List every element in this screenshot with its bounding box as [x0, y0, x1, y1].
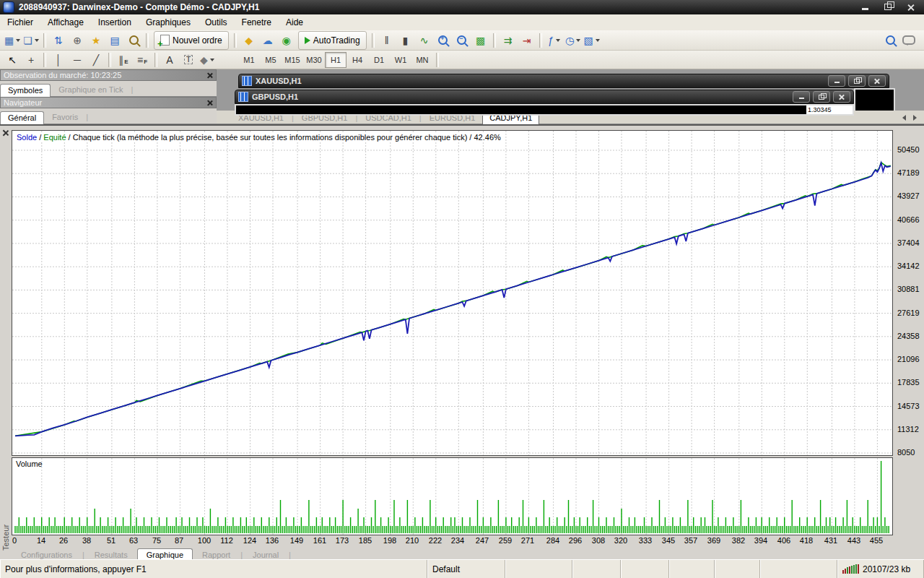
vertical-line-icon[interactable]: │	[49, 51, 68, 69]
chart-shift-icon[interactable]: ⇥	[518, 32, 536, 49]
label-icon[interactable]: T	[179, 51, 198, 69]
zoom-out-icon[interactable]: −	[453, 32, 471, 49]
strategy-tester-icon	[129, 35, 139, 45]
navigator-tab-général[interactable]: Général	[0, 111, 44, 124]
trendline-icon[interactable]: ╱	[87, 51, 105, 69]
xauusd-minimize-button[interactable]	[828, 75, 845, 87]
tab-scroll-left-icon[interactable]	[902, 115, 906, 121]
x-axis-label: 149	[290, 536, 303, 545]
community-icon[interactable]: ☁	[258, 32, 277, 49]
menu-outils[interactable]: Outils	[198, 15, 235, 30]
toolbar-drawing: ↖+│─╱∥E≡FAT◆M1M5M15M30H1H4D1W1MN	[0, 51, 924, 69]
timeframe-h4[interactable]: H4	[346, 52, 368, 68]
gbpusd-close-button[interactable]	[833, 91, 850, 103]
chevron-down-icon	[596, 39, 600, 42]
periods-icon[interactable]: ◷	[564, 32, 583, 49]
timeframe-m5[interactable]: M5	[260, 52, 282, 68]
legend-equite: Equité	[43, 133, 66, 142]
menu-fichier[interactable]: Fichier	[0, 15, 40, 30]
tab-scroll-right-icon[interactable]	[913, 115, 917, 121]
x-axis-label: 112	[220, 536, 233, 545]
xauusd-close-button[interactable]	[868, 75, 886, 87]
timeframe-h1[interactable]: H1	[325, 52, 346, 68]
market-watch-tab-graphique-en-tick[interactable]: Graphique en Tick	[51, 83, 131, 96]
auto-scroll-icon[interactable]: ⇉	[499, 32, 518, 49]
tester-close-icon[interactable]	[2, 129, 9, 137]
toolbar-standard: ▦❏⇅⊕★▤Nouvel ordre◆☁◉AutoTrading‖▮∿+−▩⇉⇥…	[0, 30, 924, 51]
market-watch-title: Observation du marché: 10:23:25	[4, 71, 121, 79]
market-watch-close-icon[interactable]	[206, 72, 213, 79]
bar-chart-icon[interactable]: ‖	[378, 32, 396, 49]
timeframe-d1[interactable]: D1	[368, 52, 390, 68]
market-watch-tab-symboles[interactable]: Symboles	[0, 84, 51, 97]
window-xauusd[interactable]: XAUUSD,H1	[238, 74, 889, 88]
menu-aide[interactable]: Aide	[279, 15, 310, 30]
timeframe-m30[interactable]: M30	[303, 52, 325, 68]
x-axis-labels: 0142638516375871001121241361491611731851…	[12, 536, 893, 545]
search-icon[interactable]	[881, 32, 899, 49]
x-axis-label: 26	[59, 536, 68, 545]
menu-affichage[interactable]: Affichage	[40, 15, 91, 30]
text-icon[interactable]: A	[160, 51, 179, 69]
strategy-tester-icon[interactable]	[124, 32, 143, 49]
x-axis-label: 38	[82, 536, 91, 545]
toolbar-separator	[108, 53, 111, 67]
chat-icon[interactable]	[899, 32, 918, 49]
y-axis-label: 30881	[897, 285, 920, 293]
candlestick-chart-icon[interactable]: ▮	[396, 32, 415, 49]
line-chart-icon[interactable]: ∿	[415, 32, 434, 49]
window-title: 2088940937: Darwinex-Demo - Compte Démo …	[19, 2, 259, 12]
x-axis-label: 161	[313, 536, 326, 545]
restore-button[interactable]	[879, 1, 897, 12]
y-axis-labels: 5045047189439274066637404341423088127619…	[896, 130, 924, 535]
status-empty-segment	[621, 560, 669, 578]
xauusd-restore-button[interactable]	[848, 75, 866, 87]
navigator-close-icon[interactable]	[206, 100, 213, 106]
window-gbpusd[interactable]: GBPUSD,H1	[235, 90, 854, 104]
timeframe-mn[interactable]: MN	[411, 52, 433, 68]
tile-windows-icon[interactable]: ▩	[471, 32, 490, 49]
menu-graphiques[interactable]: Graphiques	[139, 15, 198, 30]
tester-balance-chart: Solde / Equité / Chaque tick (la méthode…	[12, 130, 893, 456]
new-chart-icon[interactable]: ▦	[3, 32, 22, 49]
profiles-icon[interactable]: ❏	[22, 32, 40, 49]
navigator-icon[interactable]: ★	[87, 32, 105, 49]
indicators-icon[interactable]: ƒ	[545, 32, 564, 49]
templates-icon[interactable]: ▧	[583, 32, 601, 49]
equidistant-channel-icon[interactable]: ∥E	[114, 51, 133, 69]
metaeditor-icon[interactable]: ◆	[240, 32, 258, 49]
minimize-button[interactable]	[856, 1, 873, 12]
terminal-icon[interactable]: ▤	[105, 32, 124, 49]
menu-insertion[interactable]: Insertion	[91, 15, 139, 30]
cursor-icon[interactable]: ↖	[3, 51, 22, 69]
y-axis-label: 14573	[897, 402, 920, 410]
close-button[interactable]	[902, 1, 920, 12]
x-axis-label: 63	[129, 536, 138, 545]
x-axis-label: 308	[592, 536, 605, 545]
x-axis-label: 320	[614, 536, 627, 545]
status-empty-segment	[572, 560, 621, 578]
new-order-icon	[160, 35, 170, 46]
market-watch-icon[interactable]: ⇅	[49, 32, 68, 49]
fibonacci-icon[interactable]: ≡F	[133, 51, 152, 69]
timeframe-w1[interactable]: W1	[390, 52, 411, 68]
timeframe-m1[interactable]: M1	[238, 52, 260, 68]
menu-fenetre[interactable]: Fenetre	[235, 15, 279, 30]
status-empty-segment	[715, 560, 760, 578]
zoom-in-icon[interactable]: +	[434, 32, 453, 49]
gbpusd-restore-button[interactable]	[813, 91, 830, 103]
signals-icon[interactable]: ◉	[277, 32, 296, 49]
chevron-down-icon	[16, 39, 20, 42]
autotrading-button[interactable]: AutoTrading	[298, 31, 367, 50]
titlebar: 2088940937: Darwinex-Demo - Compte Démo …	[0, 0, 924, 14]
x-axis-label: 247	[476, 536, 489, 545]
timeframe-m15[interactable]: M15	[282, 52, 303, 68]
horizontal-line-icon[interactable]: ─	[68, 51, 87, 69]
crosshair-icon[interactable]: +	[22, 51, 40, 69]
new-order-button[interactable]: Nouvel ordre	[154, 31, 229, 50]
status-profile[interactable]: Default	[427, 560, 505, 578]
arrows-icon[interactable]: ◆	[198, 51, 217, 69]
navigator-tab-favoris[interactable]: Favoris	[44, 111, 86, 124]
data-window-icon[interactable]: ⊕	[68, 32, 87, 49]
gbpusd-minimize-button[interactable]	[793, 91, 810, 103]
